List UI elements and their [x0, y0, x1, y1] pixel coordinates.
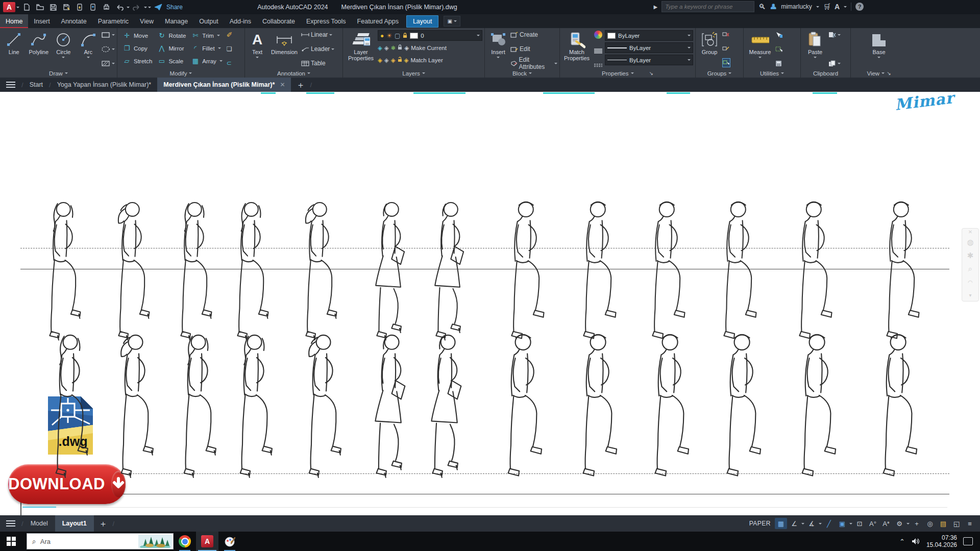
- paste-caret-icon[interactable]: [814, 57, 817, 60]
- close-tab-icon[interactable]: ✕: [280, 81, 285, 88]
- measure-tool[interactable]: Measure: [746, 29, 774, 69]
- leader-tool[interactable]: Leader: [301, 45, 338, 53]
- tab-add-ins[interactable]: Add-ins: [224, 14, 257, 28]
- base-view-tool[interactable]: Base: [866, 29, 892, 69]
- undo-caret-icon[interactable]: [127, 7, 130, 10]
- tab-manage[interactable]: Manage: [159, 14, 193, 28]
- explode-tool[interactable]: ❏: [227, 45, 233, 53]
- redo-button[interactable]: [131, 2, 143, 13]
- trim-tool[interactable]: ✄Trim: [191, 32, 222, 39]
- plot-button[interactable]: [100, 2, 112, 13]
- taskbar-chrome-icon[interactable]: [174, 532, 196, 551]
- figure-person-climbing-stairs[interactable]: [289, 329, 349, 493]
- figure-person-climbing-stairs[interactable]: [707, 329, 768, 493]
- workspace-gear-icon-caret[interactable]: [906, 523, 910, 526]
- figure-person-climbing-stairs[interactable]: [101, 329, 161, 493]
- cut-tool[interactable]: [828, 31, 841, 39]
- figure-person-climbing-stairs[interactable]: [635, 329, 696, 493]
- figure-person-climbing-stairs[interactable]: [413, 329, 474, 493]
- lineweight-icon[interactable]: [594, 48, 603, 54]
- paste-tool[interactable]: Paste: [803, 29, 827, 69]
- new-layout-button[interactable]: ＋: [94, 518, 113, 530]
- array-tool[interactable]: ▦Array: [191, 57, 222, 65]
- offset-tool[interactable]: ⊂: [227, 59, 233, 67]
- file-tab-merdiven-active[interactable]: Merdiven Çıkan İnsan (Pislik Mimar)*✕: [157, 78, 291, 92]
- panel-label-draw[interactable]: Draw: [0, 69, 117, 78]
- customization-menu-icon[interactable]: ≡: [964, 518, 976, 529]
- panel-label-view[interactable]: View↘: [851, 69, 907, 78]
- measure-caret-icon[interactable]: [758, 57, 762, 60]
- panel-label-properties[interactable]: Properties↘: [560, 69, 695, 78]
- grid-icon[interactable]: ▦: [775, 518, 787, 529]
- app-menu-caret-icon[interactable]: [16, 7, 19, 10]
- autoscale-icon[interactable]: A*: [880, 518, 892, 529]
- make-current-button[interactable]: ◈◈❄◈ Make Current: [378, 42, 482, 53]
- taskbar-paint-icon[interactable]: [218, 532, 241, 551]
- user-avatar-icon[interactable]: 👤︎: [770, 3, 777, 11]
- fillet-tool[interactable]: ◜Fillet: [191, 44, 222, 52]
- linetype-icon[interactable]: [594, 63, 603, 67]
- open-from-mobile-button[interactable]: [74, 2, 86, 13]
- layout-tabs-menu-icon[interactable]: [0, 520, 21, 527]
- isometric-drafting-icon-caret[interactable]: [819, 523, 822, 526]
- panel-label-modify[interactable]: Modify: [117, 69, 244, 78]
- ellipse-tool[interactable]: [101, 45, 115, 53]
- figure-person-climbing-stairs[interactable]: [164, 329, 224, 493]
- ground-line-2[interactable]: [20, 494, 949, 494]
- isolate-objects-icon[interactable]: ◎: [924, 518, 936, 529]
- new-file-button[interactable]: [20, 2, 33, 13]
- navigation-bar[interactable]: ✕ ◍ ✱ ⌕ ◠ ▾: [962, 228, 979, 302]
- rectangle-tool[interactable]: [101, 31, 115, 39]
- line-tool[interactable]: Line: [2, 29, 26, 69]
- save-button[interactable]: [47, 2, 59, 13]
- arc-tool[interactable]: Arc: [77, 29, 101, 69]
- navbar-more-icon[interactable]: ▾: [962, 289, 978, 302]
- rotate-tool[interactable]: ↻Rotate: [157, 32, 186, 39]
- tab-output[interactable]: Output: [193, 14, 224, 28]
- quick-calculator-tool[interactable]: [775, 59, 783, 67]
- copy-clip-tool[interactable]: [828, 59, 841, 67]
- tab-insert[interactable]: Insert: [28, 14, 55, 28]
- open-folder-button[interactable]: [34, 2, 46, 13]
- tab-featured-apps[interactable]: Featured Apps: [352, 14, 404, 28]
- select-window-tool[interactable]: [775, 45, 783, 53]
- workspace-gear-icon[interactable]: ⚙: [893, 518, 905, 529]
- file-tab-yoga[interactable]: Yoga Yapan İnsan (Pislik Mimar)*: [51, 78, 158, 92]
- autodesk-a-icon[interactable]: A: [835, 3, 840, 11]
- panel-label-layers[interactable]: Layers: [343, 69, 484, 78]
- figure-person-climbing-stairs[interactable]: [488, 329, 549, 493]
- erase-tool[interactable]: ✐: [227, 31, 233, 39]
- tab-express-tools[interactable]: Express Tools: [301, 14, 352, 28]
- undo-button[interactable]: [113, 2, 126, 13]
- paper-space-indicator[interactable]: PAPER: [749, 520, 771, 527]
- figure-person-climbing-stairs[interactable]: [357, 329, 418, 493]
- share-icon[interactable]: [152, 2, 164, 13]
- tab-parametric[interactable]: Parametric: [92, 14, 134, 28]
- save-to-mobile-button[interactable]: [87, 2, 99, 13]
- edit-attributes-tool[interactable]: Edit Attributes: [510, 59, 557, 67]
- annotation-visibility-icon[interactable]: A°: [867, 518, 879, 529]
- selection-cycling-icon[interactable]: ⊡: [853, 518, 866, 529]
- qat-customize-caret-icon[interactable]: [148, 7, 151, 10]
- circle-tool[interactable]: Circle: [52, 29, 76, 69]
- search-expand-icon[interactable]: ▶: [654, 4, 658, 10]
- panel-label-clipboard[interactable]: Clipboard: [801, 69, 850, 78]
- crosshair-icon[interactable]: +: [911, 518, 923, 529]
- group-tool[interactable]: Group: [698, 29, 721, 69]
- text-tool[interactable]: A Text: [247, 29, 267, 69]
- save-as-button[interactable]: [60, 2, 72, 13]
- drawing-canvas[interactable]: ✕ ◍ ✱ ⌕ ◠ ▾: [0, 92, 980, 515]
- layer-select-combo[interactable]: ● ☀ ▢ 0: [378, 30, 482, 41]
- mirror-tool[interactable]: ⋀Mirror: [157, 44, 186, 52]
- color-wheel-icon[interactable]: [594, 31, 602, 39]
- new-drawing-tab-button[interactable]: ＋: [291, 78, 310, 92]
- polyline-tool[interactable]: Polyline: [27, 29, 51, 69]
- graphics-performance-icon[interactable]: ▤: [937, 518, 949, 529]
- panel-label-utilities[interactable]: Utilities: [744, 69, 800, 78]
- help-icon[interactable]: ?: [855, 3, 864, 11]
- ungroup-tool[interactable]: [722, 31, 730, 39]
- layout1-tab[interactable]: Layout1: [55, 515, 94, 532]
- scale-tool[interactable]: ▭Scale: [157, 57, 186, 65]
- panel-label-groups[interactable]: Groups: [696, 69, 743, 78]
- hidden-icons-chevron[interactable]: ⌃: [899, 538, 905, 545]
